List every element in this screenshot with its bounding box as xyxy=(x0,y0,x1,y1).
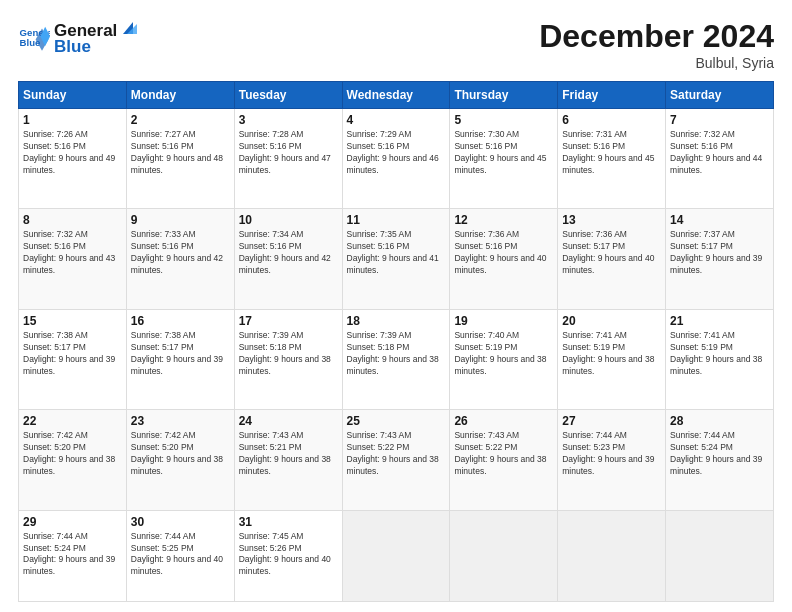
day-number: 23 xyxy=(131,414,230,428)
calendar-body: 1 Sunrise: 7:26 AM Sunset: 5:16 PM Dayli… xyxy=(19,109,774,602)
day-info: Sunrise: 7:38 AM Sunset: 5:17 PM Dayligh… xyxy=(131,330,230,378)
day-number: 16 xyxy=(131,314,230,328)
calendar-cell xyxy=(450,510,558,601)
day-info: Sunrise: 7:43 AM Sunset: 5:21 PM Dayligh… xyxy=(239,430,338,478)
day-number: 10 xyxy=(239,213,338,227)
calendar-cell: 21 Sunrise: 7:41 AM Sunset: 5:19 PM Dayl… xyxy=(666,309,774,409)
day-number: 2 xyxy=(131,113,230,127)
day-info: Sunrise: 7:44 AM Sunset: 5:23 PM Dayligh… xyxy=(562,430,661,478)
calendar-cell: 14 Sunrise: 7:37 AM Sunset: 5:17 PM Dayl… xyxy=(666,209,774,309)
calendar-cell: 24 Sunrise: 7:43 AM Sunset: 5:21 PM Dayl… xyxy=(234,410,342,510)
calendar-cell: 16 Sunrise: 7:38 AM Sunset: 5:17 PM Dayl… xyxy=(126,309,234,409)
calendar-cell: 25 Sunrise: 7:43 AM Sunset: 5:22 PM Dayl… xyxy=(342,410,450,510)
header-saturday: Saturday xyxy=(666,82,774,109)
calendar-cell: 28 Sunrise: 7:44 AM Sunset: 5:24 PM Dayl… xyxy=(666,410,774,510)
day-info: Sunrise: 7:31 AM Sunset: 5:16 PM Dayligh… xyxy=(562,129,661,177)
calendar-cell: 2 Sunrise: 7:27 AM Sunset: 5:16 PM Dayli… xyxy=(126,109,234,209)
day-number: 31 xyxy=(239,515,338,529)
header-monday: Monday xyxy=(126,82,234,109)
day-number: 17 xyxy=(239,314,338,328)
day-info: Sunrise: 7:40 AM Sunset: 5:19 PM Dayligh… xyxy=(454,330,553,378)
day-info: Sunrise: 7:35 AM Sunset: 5:16 PM Dayligh… xyxy=(347,229,446,277)
day-info: Sunrise: 7:44 AM Sunset: 5:25 PM Dayligh… xyxy=(131,531,230,579)
day-number: 14 xyxy=(670,213,769,227)
calendar-cell: 20 Sunrise: 7:41 AM Sunset: 5:19 PM Dayl… xyxy=(558,309,666,409)
day-number: 19 xyxy=(454,314,553,328)
calendar-cell: 18 Sunrise: 7:39 AM Sunset: 5:18 PM Dayl… xyxy=(342,309,450,409)
day-info: Sunrise: 7:43 AM Sunset: 5:22 PM Dayligh… xyxy=(454,430,553,478)
title-block: December 2024 Bulbul, Syria xyxy=(539,18,774,71)
day-info: Sunrise: 7:37 AM Sunset: 5:17 PM Dayligh… xyxy=(670,229,769,277)
header: General Blue General Blue December 2024 … xyxy=(18,18,774,71)
logo-blue: Blue xyxy=(54,37,137,57)
calendar-cell: 15 Sunrise: 7:38 AM Sunset: 5:17 PM Dayl… xyxy=(19,309,127,409)
calendar-cell: 22 Sunrise: 7:42 AM Sunset: 5:20 PM Dayl… xyxy=(19,410,127,510)
day-info: Sunrise: 7:36 AM Sunset: 5:17 PM Dayligh… xyxy=(562,229,661,277)
calendar-cell: 31 Sunrise: 7:45 AM Sunset: 5:26 PM Dayl… xyxy=(234,510,342,601)
day-number: 4 xyxy=(347,113,446,127)
day-info: Sunrise: 7:30 AM Sunset: 5:16 PM Dayligh… xyxy=(454,129,553,177)
day-number: 21 xyxy=(670,314,769,328)
day-number: 20 xyxy=(562,314,661,328)
calendar-cell xyxy=(666,510,774,601)
day-info: Sunrise: 7:41 AM Sunset: 5:19 PM Dayligh… xyxy=(670,330,769,378)
calendar-cell: 30 Sunrise: 7:44 AM Sunset: 5:25 PM Dayl… xyxy=(126,510,234,601)
calendar-cell: 1 Sunrise: 7:26 AM Sunset: 5:16 PM Dayli… xyxy=(19,109,127,209)
calendar-cell: 5 Sunrise: 7:30 AM Sunset: 5:16 PM Dayli… xyxy=(450,109,558,209)
logo-icon: General Blue xyxy=(18,22,50,54)
day-number: 15 xyxy=(23,314,122,328)
logo: General Blue General Blue xyxy=(18,18,137,57)
day-info: Sunrise: 7:45 AM Sunset: 5:26 PM Dayligh… xyxy=(239,531,338,579)
calendar-cell xyxy=(342,510,450,601)
calendar-cell: 11 Sunrise: 7:35 AM Sunset: 5:16 PM Dayl… xyxy=(342,209,450,309)
day-number: 28 xyxy=(670,414,769,428)
day-number: 27 xyxy=(562,414,661,428)
day-info: Sunrise: 7:29 AM Sunset: 5:16 PM Dayligh… xyxy=(347,129,446,177)
calendar-cell: 29 Sunrise: 7:44 AM Sunset: 5:24 PM Dayl… xyxy=(19,510,127,601)
day-number: 18 xyxy=(347,314,446,328)
day-number: 12 xyxy=(454,213,553,227)
day-number: 24 xyxy=(239,414,338,428)
calendar-header-row: Sunday Monday Tuesday Wednesday Thursday… xyxy=(19,82,774,109)
calendar-cell: 4 Sunrise: 7:29 AM Sunset: 5:16 PM Dayli… xyxy=(342,109,450,209)
day-info: Sunrise: 7:28 AM Sunset: 5:16 PM Dayligh… xyxy=(239,129,338,177)
day-info: Sunrise: 7:27 AM Sunset: 5:16 PM Dayligh… xyxy=(131,129,230,177)
logo-triangle xyxy=(119,18,137,36)
calendar-cell: 10 Sunrise: 7:34 AM Sunset: 5:16 PM Dayl… xyxy=(234,209,342,309)
day-info: Sunrise: 7:42 AM Sunset: 5:20 PM Dayligh… xyxy=(131,430,230,478)
day-number: 25 xyxy=(347,414,446,428)
day-info: Sunrise: 7:43 AM Sunset: 5:22 PM Dayligh… xyxy=(347,430,446,478)
day-number: 26 xyxy=(454,414,553,428)
day-info: Sunrise: 7:26 AM Sunset: 5:16 PM Dayligh… xyxy=(23,129,122,177)
header-tuesday: Tuesday xyxy=(234,82,342,109)
calendar-cell: 7 Sunrise: 7:32 AM Sunset: 5:16 PM Dayli… xyxy=(666,109,774,209)
calendar-cell: 19 Sunrise: 7:40 AM Sunset: 5:19 PM Dayl… xyxy=(450,309,558,409)
calendar-table: Sunday Monday Tuesday Wednesday Thursday… xyxy=(18,81,774,602)
day-info: Sunrise: 7:41 AM Sunset: 5:19 PM Dayligh… xyxy=(562,330,661,378)
header-sunday: Sunday xyxy=(19,82,127,109)
calendar-cell: 8 Sunrise: 7:32 AM Sunset: 5:16 PM Dayli… xyxy=(19,209,127,309)
day-number: 30 xyxy=(131,515,230,529)
day-number: 6 xyxy=(562,113,661,127)
calendar-cell: 3 Sunrise: 7:28 AM Sunset: 5:16 PM Dayli… xyxy=(234,109,342,209)
calendar-cell xyxy=(558,510,666,601)
header-wednesday: Wednesday xyxy=(342,82,450,109)
day-info: Sunrise: 7:44 AM Sunset: 5:24 PM Dayligh… xyxy=(23,531,122,579)
calendar-cell: 9 Sunrise: 7:33 AM Sunset: 5:16 PM Dayli… xyxy=(126,209,234,309)
calendar-cell: 26 Sunrise: 7:43 AM Sunset: 5:22 PM Dayl… xyxy=(450,410,558,510)
calendar-cell: 23 Sunrise: 7:42 AM Sunset: 5:20 PM Dayl… xyxy=(126,410,234,510)
calendar-cell: 6 Sunrise: 7:31 AM Sunset: 5:16 PM Dayli… xyxy=(558,109,666,209)
month-year: December 2024 xyxy=(539,18,774,55)
header-thursday: Thursday xyxy=(450,82,558,109)
day-info: Sunrise: 7:32 AM Sunset: 5:16 PM Dayligh… xyxy=(23,229,122,277)
page: General Blue General Blue December 2024 … xyxy=(0,0,792,612)
day-number: 11 xyxy=(347,213,446,227)
day-number: 22 xyxy=(23,414,122,428)
day-info: Sunrise: 7:38 AM Sunset: 5:17 PM Dayligh… xyxy=(23,330,122,378)
day-number: 9 xyxy=(131,213,230,227)
location: Bulbul, Syria xyxy=(539,55,774,71)
day-info: Sunrise: 7:39 AM Sunset: 5:18 PM Dayligh… xyxy=(347,330,446,378)
day-number: 8 xyxy=(23,213,122,227)
day-info: Sunrise: 7:39 AM Sunset: 5:18 PM Dayligh… xyxy=(239,330,338,378)
day-number: 7 xyxy=(670,113,769,127)
